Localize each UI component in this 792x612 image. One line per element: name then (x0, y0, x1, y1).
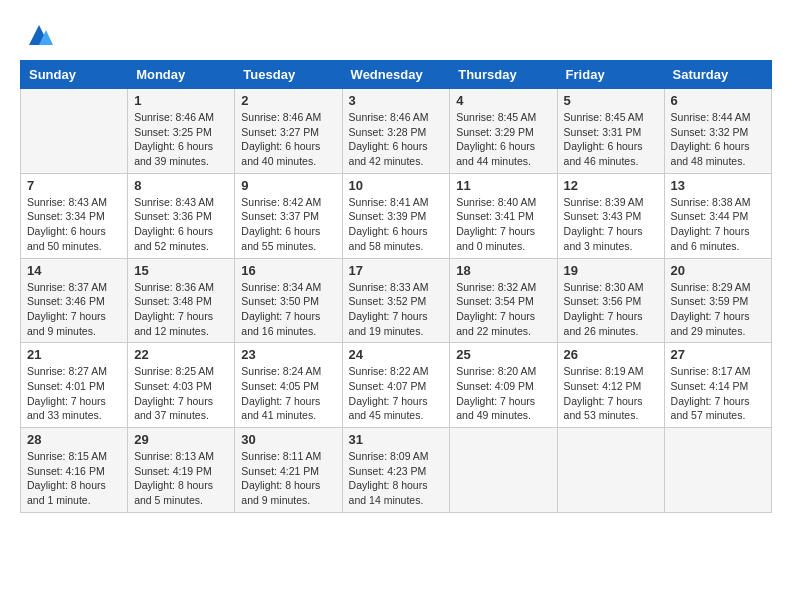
calendar-cell: 30Sunrise: 8:11 AMSunset: 4:21 PMDayligh… (235, 428, 342, 513)
calendar-cell: 4Sunrise: 8:45 AMSunset: 3:29 PMDaylight… (450, 89, 557, 174)
day-info: Sunrise: 8:41 AMSunset: 3:39 PMDaylight:… (349, 195, 444, 254)
header (20, 20, 772, 50)
logo (20, 20, 54, 50)
day-number: 4 (456, 93, 550, 108)
day-info: Sunrise: 8:43 AMSunset: 3:34 PMDaylight:… (27, 195, 121, 254)
day-info: Sunrise: 8:15 AMSunset: 4:16 PMDaylight:… (27, 449, 121, 508)
day-number: 19 (564, 263, 658, 278)
logo-icon (24, 20, 54, 50)
day-info: Sunrise: 8:19 AMSunset: 4:12 PMDaylight:… (564, 364, 658, 423)
day-number: 28 (27, 432, 121, 447)
calendar-cell (450, 428, 557, 513)
day-info: Sunrise: 8:24 AMSunset: 4:05 PMDaylight:… (241, 364, 335, 423)
calendar-cell: 3Sunrise: 8:46 AMSunset: 3:28 PMDaylight… (342, 89, 450, 174)
day-number: 22 (134, 347, 228, 362)
day-number: 13 (671, 178, 765, 193)
header-day-monday: Monday (128, 61, 235, 89)
calendar-cell: 26Sunrise: 8:19 AMSunset: 4:12 PMDayligh… (557, 343, 664, 428)
calendar-cell (557, 428, 664, 513)
day-number: 14 (27, 263, 121, 278)
day-info: Sunrise: 8:34 AMSunset: 3:50 PMDaylight:… (241, 280, 335, 339)
day-number: 12 (564, 178, 658, 193)
calendar-cell: 13Sunrise: 8:38 AMSunset: 3:44 PMDayligh… (664, 173, 771, 258)
day-info: Sunrise: 8:27 AMSunset: 4:01 PMDaylight:… (27, 364, 121, 423)
week-row-3: 14Sunrise: 8:37 AMSunset: 3:46 PMDayligh… (21, 258, 772, 343)
week-row-2: 7Sunrise: 8:43 AMSunset: 3:34 PMDaylight… (21, 173, 772, 258)
day-info: Sunrise: 8:17 AMSunset: 4:14 PMDaylight:… (671, 364, 765, 423)
day-number: 21 (27, 347, 121, 362)
calendar-cell: 11Sunrise: 8:40 AMSunset: 3:41 PMDayligh… (450, 173, 557, 258)
header-day-sunday: Sunday (21, 61, 128, 89)
calendar-cell (21, 89, 128, 174)
day-info: Sunrise: 8:40 AMSunset: 3:41 PMDaylight:… (456, 195, 550, 254)
calendar-table: SundayMondayTuesdayWednesdayThursdayFrid… (20, 60, 772, 513)
header-day-thursday: Thursday (450, 61, 557, 89)
calendar-cell: 31Sunrise: 8:09 AMSunset: 4:23 PMDayligh… (342, 428, 450, 513)
calendar-cell: 8Sunrise: 8:43 AMSunset: 3:36 PMDaylight… (128, 173, 235, 258)
calendar-cell: 2Sunrise: 8:46 AMSunset: 3:27 PMDaylight… (235, 89, 342, 174)
calendar-cell: 22Sunrise: 8:25 AMSunset: 4:03 PMDayligh… (128, 343, 235, 428)
day-number: 29 (134, 432, 228, 447)
day-number: 15 (134, 263, 228, 278)
header-day-tuesday: Tuesday (235, 61, 342, 89)
calendar-cell: 20Sunrise: 8:29 AMSunset: 3:59 PMDayligh… (664, 258, 771, 343)
calendar-cell: 16Sunrise: 8:34 AMSunset: 3:50 PMDayligh… (235, 258, 342, 343)
day-info: Sunrise: 8:13 AMSunset: 4:19 PMDaylight:… (134, 449, 228, 508)
calendar-cell: 6Sunrise: 8:44 AMSunset: 3:32 PMDaylight… (664, 89, 771, 174)
calendar-cell: 21Sunrise: 8:27 AMSunset: 4:01 PMDayligh… (21, 343, 128, 428)
calendar-cell: 29Sunrise: 8:13 AMSunset: 4:19 PMDayligh… (128, 428, 235, 513)
day-info: Sunrise: 8:37 AMSunset: 3:46 PMDaylight:… (27, 280, 121, 339)
day-info: Sunrise: 8:44 AMSunset: 3:32 PMDaylight:… (671, 110, 765, 169)
day-info: Sunrise: 8:39 AMSunset: 3:43 PMDaylight:… (564, 195, 658, 254)
day-number: 3 (349, 93, 444, 108)
day-info: Sunrise: 8:25 AMSunset: 4:03 PMDaylight:… (134, 364, 228, 423)
calendar-cell: 17Sunrise: 8:33 AMSunset: 3:52 PMDayligh… (342, 258, 450, 343)
day-number: 23 (241, 347, 335, 362)
day-number: 7 (27, 178, 121, 193)
day-info: Sunrise: 8:32 AMSunset: 3:54 PMDaylight:… (456, 280, 550, 339)
calendar-cell: 28Sunrise: 8:15 AMSunset: 4:16 PMDayligh… (21, 428, 128, 513)
calendar-cell: 9Sunrise: 8:42 AMSunset: 3:37 PMDaylight… (235, 173, 342, 258)
day-number: 24 (349, 347, 444, 362)
day-number: 2 (241, 93, 335, 108)
calendar-cell: 19Sunrise: 8:30 AMSunset: 3:56 PMDayligh… (557, 258, 664, 343)
day-info: Sunrise: 8:38 AMSunset: 3:44 PMDaylight:… (671, 195, 765, 254)
day-number: 26 (564, 347, 658, 362)
day-number: 30 (241, 432, 335, 447)
day-info: Sunrise: 8:43 AMSunset: 3:36 PMDaylight:… (134, 195, 228, 254)
day-number: 5 (564, 93, 658, 108)
day-info: Sunrise: 8:33 AMSunset: 3:52 PMDaylight:… (349, 280, 444, 339)
calendar-cell: 25Sunrise: 8:20 AMSunset: 4:09 PMDayligh… (450, 343, 557, 428)
day-number: 9 (241, 178, 335, 193)
calendar-cell: 23Sunrise: 8:24 AMSunset: 4:05 PMDayligh… (235, 343, 342, 428)
calendar-cell: 7Sunrise: 8:43 AMSunset: 3:34 PMDaylight… (21, 173, 128, 258)
day-number: 18 (456, 263, 550, 278)
week-row-4: 21Sunrise: 8:27 AMSunset: 4:01 PMDayligh… (21, 343, 772, 428)
day-info: Sunrise: 8:42 AMSunset: 3:37 PMDaylight:… (241, 195, 335, 254)
week-row-1: 1Sunrise: 8:46 AMSunset: 3:25 PMDaylight… (21, 89, 772, 174)
header-day-friday: Friday (557, 61, 664, 89)
day-number: 11 (456, 178, 550, 193)
day-number: 27 (671, 347, 765, 362)
header-day-saturday: Saturday (664, 61, 771, 89)
day-info: Sunrise: 8:46 AMSunset: 3:25 PMDaylight:… (134, 110, 228, 169)
day-number: 8 (134, 178, 228, 193)
calendar-cell: 1Sunrise: 8:46 AMSunset: 3:25 PMDaylight… (128, 89, 235, 174)
calendar-cell: 12Sunrise: 8:39 AMSunset: 3:43 PMDayligh… (557, 173, 664, 258)
calendar-cell: 10Sunrise: 8:41 AMSunset: 3:39 PMDayligh… (342, 173, 450, 258)
day-info: Sunrise: 8:11 AMSunset: 4:21 PMDaylight:… (241, 449, 335, 508)
day-info: Sunrise: 8:36 AMSunset: 3:48 PMDaylight:… (134, 280, 228, 339)
calendar-cell: 14Sunrise: 8:37 AMSunset: 3:46 PMDayligh… (21, 258, 128, 343)
day-info: Sunrise: 8:20 AMSunset: 4:09 PMDaylight:… (456, 364, 550, 423)
day-info: Sunrise: 8:46 AMSunset: 3:27 PMDaylight:… (241, 110, 335, 169)
day-info: Sunrise: 8:29 AMSunset: 3:59 PMDaylight:… (671, 280, 765, 339)
day-number: 6 (671, 93, 765, 108)
day-number: 16 (241, 263, 335, 278)
day-info: Sunrise: 8:22 AMSunset: 4:07 PMDaylight:… (349, 364, 444, 423)
calendar-cell: 18Sunrise: 8:32 AMSunset: 3:54 PMDayligh… (450, 258, 557, 343)
day-number: 17 (349, 263, 444, 278)
day-number: 1 (134, 93, 228, 108)
calendar-cell: 27Sunrise: 8:17 AMSunset: 4:14 PMDayligh… (664, 343, 771, 428)
calendar-cell: 24Sunrise: 8:22 AMSunset: 4:07 PMDayligh… (342, 343, 450, 428)
day-info: Sunrise: 8:46 AMSunset: 3:28 PMDaylight:… (349, 110, 444, 169)
